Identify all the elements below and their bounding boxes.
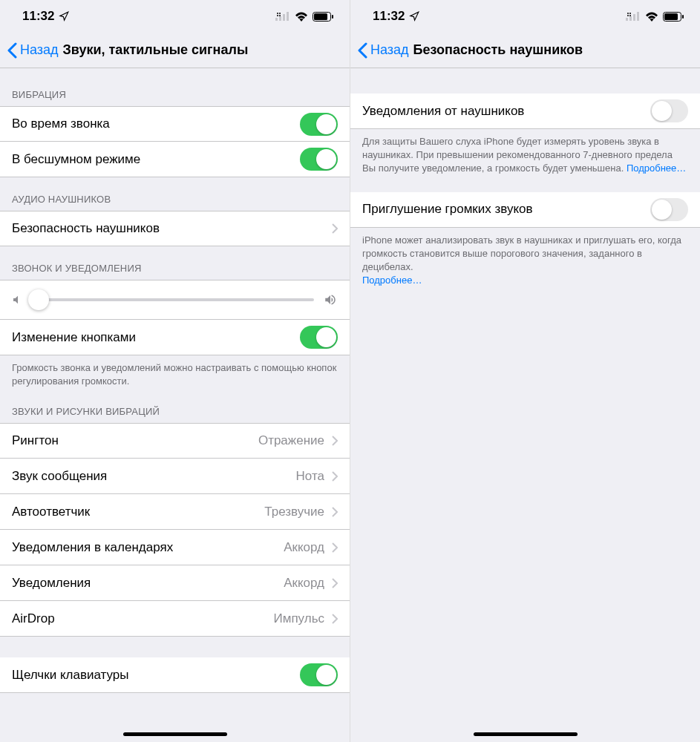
svg-rect-1 <box>279 16 281 21</box>
toggle-vibrate-on-silent[interactable] <box>300 148 338 171</box>
cell-change-with-buttons[interactable]: Изменение кнопками <box>0 320 350 355</box>
slider-track[interactable] <box>33 298 314 301</box>
cell-label: В бесшумном режиме <box>12 152 300 167</box>
svg-rect-9 <box>314 13 327 20</box>
toggle-keyboard-clicks[interactable] <box>300 663 338 686</box>
nav-bar: Назад Безопасность наушников <box>350 33 700 68</box>
footer-reduce: iPhone может анализировать звук в наушни… <box>350 228 700 298</box>
footer-ringer: Громкость звонка и уведомлений можно нас… <box>0 355 350 398</box>
svg-rect-2 <box>283 14 285 21</box>
cell-label: Приглушение громких звуков <box>362 202 650 217</box>
svg-rect-20 <box>664 13 678 20</box>
slider-ringer-volume[interactable] <box>0 280 350 320</box>
cell-reminder-alerts[interactable]: Уведомления Аккорд <box>0 565 350 601</box>
cell-value: Трезвучие <box>264 505 324 519</box>
svg-point-16 <box>629 13 631 14</box>
screen-headphone-safety: 11:32 Назад Безопасность наушников Уведо… <box>350 0 700 742</box>
cell-ringtone[interactable]: Рингтон Отражение <box>0 423 350 459</box>
svg-rect-13 <box>633 14 635 21</box>
cell-airdrop[interactable]: AirDrop Импульс <box>0 601 350 637</box>
status-time: 11:32 <box>22 9 54 24</box>
toggle-reduce-loud-sounds[interactable] <box>650 198 688 221</box>
section-header-vibration: ВИБРАЦИЯ <box>0 68 350 106</box>
cell-headphone-safety[interactable]: Безопасность наушников <box>0 211 350 246</box>
cell-label: Изменение кнопками <box>12 330 300 345</box>
battery-icon <box>313 12 333 22</box>
cell-value: Аккорд <box>284 540 324 555</box>
back-label: Назад <box>20 42 59 58</box>
svg-point-18 <box>629 15 631 16</box>
cell-vibrate-on-ring[interactable]: Во время звонка <box>0 106 350 142</box>
cell-keyboard-clicks[interactable]: Щелчки клавиатуры <box>0 657 350 693</box>
chevron-right-icon <box>332 223 338 234</box>
cell-voicemail[interactable]: Автоответчик Трезвучие <box>0 494 350 530</box>
cell-label: Щелчки клавиатуры <box>12 668 300 683</box>
cell-text-tone[interactable]: Звук сообщения Нота <box>0 459 350 494</box>
home-indicator[interactable] <box>123 732 227 736</box>
page-title: Безопасность наушников <box>413 42 583 58</box>
wifi-icon <box>645 12 658 22</box>
location-icon <box>409 11 419 22</box>
cellular-icon <box>275 12 290 21</box>
cell-label: Рингтон <box>12 433 258 448</box>
cell-label: Уведомления <box>12 576 284 591</box>
page-title: Звуки, тактильные сигналы <box>63 42 249 58</box>
svg-point-5 <box>279 13 281 14</box>
chevron-right-icon <box>332 614 338 624</box>
section-header-sounds: ЗВУКИ И РИСУНКИ ВИБРАЦИЙ <box>0 398 350 423</box>
chevron-right-icon <box>332 471 338 482</box>
back-button[interactable]: Назад <box>358 42 409 59</box>
cell-vibrate-on-silent[interactable]: В бесшумном режиме <box>0 142 350 177</box>
status-bar: 11:32 <box>0 0 350 33</box>
cell-value: Нота <box>296 469 324 484</box>
cell-label: Уведомления от наушников <box>362 104 650 119</box>
chevron-right-icon <box>332 578 338 588</box>
chevron-right-icon <box>332 436 338 446</box>
svg-rect-3 <box>287 12 289 21</box>
learn-more-link[interactable]: Подробнее… <box>627 162 686 174</box>
cell-headphone-notifications[interactable]: Уведомления от наушников <box>350 93 700 129</box>
cell-reduce-loud-sounds[interactable]: Приглушение громких звуков <box>350 192 700 228</box>
cell-label: Автоответчик <box>12 505 264 519</box>
volume-low-icon <box>12 294 24 306</box>
status-bar: 11:32 <box>350 0 700 33</box>
home-indicator[interactable] <box>474 732 578 736</box>
cell-label: AirDrop <box>12 611 273 626</box>
wifi-icon <box>295 12 308 22</box>
toggle-headphone-notifications[interactable] <box>650 99 688 122</box>
back-button[interactable]: Назад <box>7 42 59 59</box>
cell-value: Отражение <box>258 433 324 448</box>
svg-rect-12 <box>629 16 632 21</box>
nav-bar: Назад Звуки, тактильные сигналы <box>0 33 350 68</box>
learn-more-link[interactable]: Подробнее… <box>362 275 422 286</box>
volume-high-icon <box>323 293 338 306</box>
svg-rect-0 <box>275 18 278 21</box>
screen-sounds-haptics: 11:32 Назад Звуки, тактильные сигналы ВИ… <box>0 0 350 742</box>
svg-point-7 <box>279 15 281 16</box>
svg-rect-11 <box>626 18 628 21</box>
footer-notifications: Для защиты Вашего слуха iPhone будет изм… <box>350 129 700 186</box>
cell-calendar-alerts[interactable]: Уведомления в календарях Аккорд <box>0 530 350 565</box>
cellular-icon <box>626 12 641 21</box>
footer-text: iPhone может анализировать звук в наушни… <box>362 234 681 272</box>
svg-point-4 <box>277 13 278 14</box>
svg-rect-10 <box>332 15 333 19</box>
status-time: 11:32 <box>373 9 405 24</box>
cell-label: Уведомления в календарях <box>12 540 284 555</box>
cell-value: Аккорд <box>284 576 324 591</box>
slider-thumb[interactable] <box>28 289 49 310</box>
chevron-right-icon <box>332 507 338 517</box>
cell-label: Во время звонка <box>12 116 300 131</box>
back-label: Назад <box>370 42 409 58</box>
section-header-ringer: ЗВОНОК И УВЕДОМЛЕНИЯ <box>0 246 350 280</box>
chevron-left-icon <box>358 42 367 59</box>
section-header-headphone-audio: АУДИО НАУШНИКОВ <box>0 177 350 211</box>
chevron-left-icon <box>7 42 17 59</box>
cell-label: Безопасность наушников <box>12 221 332 236</box>
svg-point-6 <box>277 15 278 16</box>
toggle-change-with-buttons[interactable] <box>300 326 338 349</box>
toggle-vibrate-on-ring[interactable] <box>300 113 338 136</box>
svg-rect-14 <box>637 12 639 21</box>
battery-icon <box>663 12 684 22</box>
cell-label: Звук сообщения <box>12 469 296 484</box>
